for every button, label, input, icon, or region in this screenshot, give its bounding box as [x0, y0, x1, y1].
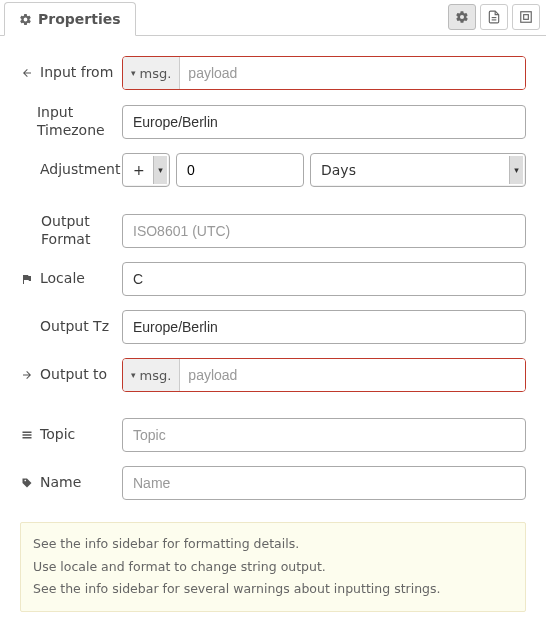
note-line: See the info sidebar for several warning…: [33, 578, 513, 601]
row-input-tz: Input Timezone: [20, 104, 526, 139]
form-body: Input from ▾ msg. Input Timezone: [0, 36, 546, 622]
row-output-tz: Output Tz: [20, 310, 526, 344]
row-adjustment: Adjustment + ▾ Days ▾: [20, 153, 526, 187]
output-format-field[interactable]: [122, 214, 526, 248]
flag-icon: [20, 273, 34, 285]
svg-rect-4: [23, 432, 32, 434]
row-name: Name: [20, 466, 526, 500]
input-timezone-field[interactable]: [122, 105, 526, 139]
input-from-field[interactable]: ▾ msg.: [122, 56, 526, 90]
frame-icon: [519, 10, 533, 24]
label-output-format: Output Format: [20, 213, 122, 248]
caret-down-icon: ▾: [153, 156, 167, 184]
output-timezone-field[interactable]: [122, 310, 526, 344]
adjustment-sign-select[interactable]: + ▾: [122, 153, 170, 187]
locale-field[interactable]: [122, 262, 526, 296]
input-from-value[interactable]: [180, 57, 525, 89]
info-note: See the info sidebar for formatting deta…: [20, 522, 526, 612]
docs-button[interactable]: [480, 4, 508, 30]
label-input-from: Input from: [20, 64, 122, 82]
svg-rect-2: [521, 12, 532, 23]
label-locale: Locale: [20, 270, 122, 288]
label-adjustment: Adjustment: [20, 161, 122, 179]
label-topic: Topic: [20, 426, 122, 444]
adjustment-amount-input[interactable]: [176, 153, 304, 187]
panel-toolbar: [448, 4, 540, 30]
caret-down-icon: ▾: [131, 68, 136, 78]
svg-rect-3: [524, 15, 529, 20]
file-icon: [487, 10, 501, 24]
gear-icon: [19, 13, 32, 26]
arrow-left-icon: [20, 67, 34, 79]
row-locale: Locale: [20, 262, 526, 296]
note-line: Use locale and format to change string o…: [33, 556, 513, 579]
output-to-value[interactable]: [180, 359, 525, 391]
row-output-format: Output Format: [20, 213, 526, 248]
arrow-right-icon: [20, 369, 34, 381]
tab-properties-label: Properties: [38, 11, 121, 27]
caret-down-icon: ▾: [131, 370, 136, 380]
gear-icon: [455, 10, 469, 24]
label-output-to: Output to: [20, 366, 122, 384]
svg-rect-5: [23, 434, 32, 436]
svg-rect-6: [23, 437, 32, 439]
row-output-to: Output to ▾ msg.: [20, 358, 526, 392]
settings-button[interactable]: [448, 4, 476, 30]
label-output-tz: Output Tz: [20, 318, 122, 336]
adjustment-unit-select[interactable]: Days ▾: [310, 153, 526, 187]
list-icon: [20, 429, 34, 441]
label-input-tz: Input Timezone: [20, 104, 122, 139]
note-line: See the info sidebar for formatting deta…: [33, 533, 513, 556]
row-topic: Topic: [20, 418, 526, 452]
input-from-type-selector[interactable]: ▾ msg.: [123, 57, 180, 89]
label-name: Name: [20, 474, 122, 492]
caret-down-icon: ▾: [509, 156, 523, 184]
output-to-field[interactable]: ▾ msg.: [122, 358, 526, 392]
row-input-from: Input from ▾ msg.: [20, 56, 526, 90]
tab-properties[interactable]: Properties: [4, 2, 136, 36]
tag-icon: [20, 477, 34, 489]
topic-field[interactable]: [122, 418, 526, 452]
output-to-type-selector[interactable]: ▾ msg.: [123, 359, 180, 391]
expand-button[interactable]: [512, 4, 540, 30]
properties-panel: Properties Input from: [0, 0, 546, 639]
name-field[interactable]: [122, 466, 526, 500]
